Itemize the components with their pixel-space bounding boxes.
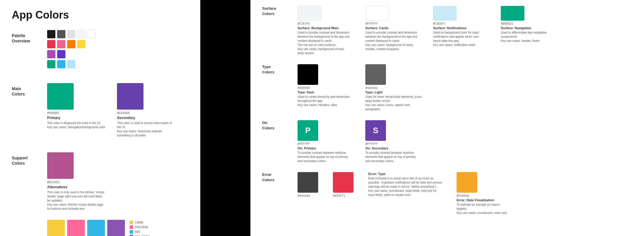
error-red-hex: #ED4C71 <box>333 194 354 197</box>
palette-swatch <box>57 50 65 58</box>
calories-dot <box>130 235 133 236</box>
palette-section: PaletteOverview <box>12 30 188 68</box>
calories-swatch <box>107 220 125 236</box>
on-primary-swatch: P <box>298 120 318 141</box>
primary-desc: This color is displayed the most in the … <box>47 121 105 129</box>
data-viz-item: CARB PROTEIN FAT <box>47 220 150 236</box>
secondary-desc: This color is used to accent select part… <box>117 121 176 138</box>
carb-swatch <box>47 220 65 236</box>
surface-bg-desc: Used to provide contrast and dimension b… <box>298 31 351 55</box>
primary-name: Primary <box>47 116 105 120</box>
error-colors-section: ErrorColors #4d4d4d #ED4C71 Erro <box>262 172 632 215</box>
palette-swatch <box>57 30 65 38</box>
on-secondary-swatch: S <box>365 120 386 141</box>
alternatives-desc: This color is only used in the kitchen "… <box>47 190 106 211</box>
primary-swatch <box>47 83 74 110</box>
support-colors-label: SupportColors <box>12 155 47 166</box>
surface-bg-main-item: #F2F5F6 Surface: Background Main Used to… <box>298 6 351 55</box>
error-colors-label: ErrorColors <box>262 172 292 183</box>
error-dataviz-desc: To indicate an overage (or macro targets… <box>457 203 510 215</box>
type-dark-hex: #000000 <box>298 86 351 90</box>
on-secondary-item: S #FFFFFF On: Secondary To provide contr… <box>365 120 418 163</box>
alternatives-color-item: #B25492 Alternatives This color is only … <box>47 152 106 211</box>
error-dataviz-hex: #F5A04A <box>457 194 510 197</box>
error-type-hex: #4d4d4d <box>298 194 318 197</box>
secondary-swatch <box>117 83 143 110</box>
palette-swatch <box>57 40 65 48</box>
type-light-item: #4d4d4d Type: Light Used for lower hiera… <box>365 64 424 111</box>
protein-label: PROTEIN <box>130 225 150 229</box>
error-red-item: #ED4C71 <box>333 172 354 215</box>
carb-dot <box>130 221 133 224</box>
type-colors-label: TypeColors <box>262 64 292 75</box>
surface-notif-swatch <box>433 6 457 21</box>
surface-nav-name: Surface: Navigation <box>501 26 554 30</box>
type-dark-name: Type: Dark <box>298 90 351 94</box>
surface-notif-item: #C8EAF7 Surface: Notifications Used as b… <box>433 6 486 55</box>
type-light-hex: #4d4d4d <box>365 86 424 90</box>
alternatives-hex: #B25492 <box>47 181 106 184</box>
type-light-swatch <box>365 64 386 85</box>
protein-dot <box>130 225 133 229</box>
surface-cards-item: #FFFFFF Surface: Cards Used to provide c… <box>365 6 418 55</box>
surface-cards-desc: Used to provide contrast and dimension b… <box>365 31 418 51</box>
surface-nav-hex: #00A881 <box>501 22 554 25</box>
on-primary-letter: P <box>305 126 311 135</box>
surface-colors-label: SurfaceColors <box>262 6 292 16</box>
error-dataviz-swatch <box>457 172 477 193</box>
palette-label: PaletteOverview <box>12 33 47 44</box>
on-primary-item: P #FFFFFF On: Primary To provide contras… <box>298 120 351 163</box>
alternatives-name: Alternatives <box>47 185 106 189</box>
type-light-name: Type: Light <box>365 90 424 94</box>
secondary-hex: #6840AB <box>117 111 176 115</box>
error-dataviz-name: Error: Data Visualization <box>457 198 510 202</box>
on-secondary-name: On: Secondary <box>365 146 418 150</box>
surface-notif-desc: Used as background color for toast notif… <box>433 31 486 47</box>
palette-swatch <box>87 30 95 38</box>
error-type-item: #4d4d4d <box>298 172 318 215</box>
palette-swatch <box>77 30 85 38</box>
surface-notif-name: Surface: Notifications <box>433 26 486 30</box>
on-colors-label: OnColors <box>262 120 292 131</box>
surface-colors-section: SurfaceColors #F2F5F6 Surface: Backgroun… <box>262 6 632 55</box>
error-type-desc-area: Error: Type Rule of thumb is to avoid re… <box>368 172 442 215</box>
surface-nav-item: #00A881 Surface: Navigation Used to diff… <box>501 6 554 55</box>
surface-bg-hex: #F2F5F6 <box>298 22 351 25</box>
left-panel: App Colors PaletteOverview <box>0 0 200 236</box>
on-secondary-desc: To provide contrast between text/icon el… <box>365 151 418 163</box>
surface-bg-name: Surface: Background Main <box>298 26 351 30</box>
palette-swatch <box>67 60 75 68</box>
carb-label: CARB <box>130 221 150 224</box>
palette-swatch <box>77 40 85 48</box>
error-type-swatch <box>298 172 318 193</box>
surface-notif-hex: #C8EAF7 <box>433 22 486 25</box>
secondary-name: Secondary <box>117 116 176 120</box>
fat-label: FAT <box>130 230 150 234</box>
surface-bg-swatch <box>298 6 321 21</box>
surface-nav-swatch <box>501 6 524 21</box>
support-colors-section: SupportColors #B25492 Alternatives This … <box>12 152 188 236</box>
on-colors-section: OnColors P #FFFFFF On: Primary To provid… <box>262 120 632 163</box>
page-title: App Colors <box>12 9 188 21</box>
palette-swatch <box>67 40 75 48</box>
secondary-color-item: #6840AB Secondary This color is used to … <box>117 83 176 138</box>
error-type-name: Error: Type <box>368 172 442 176</box>
type-colors-section: TypeColors #000000 Type: Dark Used to cr… <box>262 64 632 111</box>
main-colors-section: MainColors #00AB81 Primary This color is… <box>12 83 188 138</box>
type-dark-swatch <box>298 64 318 85</box>
palette-swatch <box>67 30 75 38</box>
surface-cards-swatch <box>365 6 389 21</box>
type-dark-desc: Used to create hierarchy and dimension t… <box>298 95 351 107</box>
on-secondary-letter: S <box>373 126 379 135</box>
primary-hex: #00AB81 <box>47 111 105 115</box>
primary-color-item: #00AB81 Primary This color is displayed … <box>47 83 105 138</box>
on-secondary-hex: #FFFFFF <box>365 142 418 146</box>
error-type-desc: Rule of thumb is to avoid red in the UI … <box>368 176 442 197</box>
palette-swatch <box>47 60 55 68</box>
palette-swatch <box>57 60 65 68</box>
error-red-swatch <box>333 172 354 193</box>
center-divider <box>200 0 250 236</box>
fat-swatch <box>87 220 105 236</box>
on-primary-hex: #FFFFFF <box>298 142 351 146</box>
error-dataviz-item: #F5A04A Error: Data Visualization To ind… <box>457 172 510 215</box>
